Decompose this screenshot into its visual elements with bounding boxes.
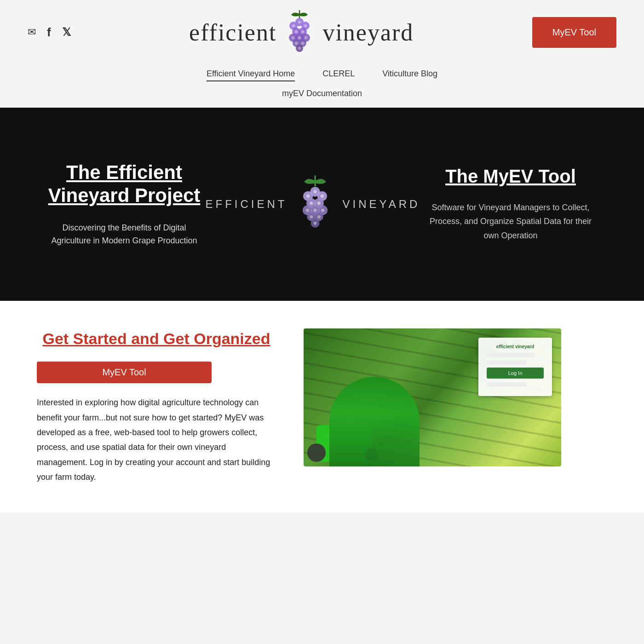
svg-point-13 [292,24,295,27]
svg-point-18 [292,36,294,39]
main-content: Get Started and Get Organized MyEV Tool … [0,301,644,512]
site-logo[interactable]: efficient [189,9,414,55]
email-icon[interactable]: ✉ [28,26,36,38]
overlay-field-username [487,353,535,357]
hero-left-column: The Efficient Vineyard Project Discoveri… [46,161,202,247]
tractor-shape [316,425,372,462]
main-left-column: Get Started and Get Organized MyEV Tool … [37,328,276,485]
overlay-field-password [487,360,527,365]
header-top: ✉ f 𝕏 efficient [28,9,616,64]
main-body-text: Interested in exploring how digital agri… [37,395,276,484]
svg-point-40 [313,208,316,212]
hero-logo-text-group: EFFICIENT [206,174,420,234]
nav-row1: Efficient Vineyard Home CLEREL Viticultu… [207,64,437,89]
svg-point-22 [298,47,301,50]
nav-row2: myEV Documentation [282,89,362,108]
svg-point-14 [304,24,307,27]
vineyard-image: efficient vineyard Log In [304,328,561,466]
svg-point-42 [321,208,324,212]
facebook-icon[interactable]: f [47,25,51,40]
grape-logo-icon [281,9,318,55]
svg-point-21 [301,42,304,45]
svg-point-17 [298,36,301,39]
nav-clerel[interactable]: CLEREL [322,69,355,81]
myev-tool-button[interactable]: MyEV Tool [532,17,616,48]
logo-left: efficient [189,19,276,46]
hero-logo-vineyard: VINEYARD [343,198,420,211]
svg-point-43 [310,215,313,218]
nav-viticulture-blog[interactable]: Viticulture Blog [382,69,437,81]
social-icons-group: ✉ f 𝕏 [28,25,71,40]
hero-logo-efficient: EFFICIENT [206,198,288,211]
hero-myev-title: The MyEV Tool [423,166,598,187]
svg-point-38 [310,201,313,205]
main-section-heading: Get Started and Get Organized [37,328,276,349]
svg-point-37 [320,195,323,198]
site-header: ✉ f 𝕏 efficient [0,0,644,108]
svg-point-41 [305,208,309,212]
twitter-icon[interactable]: 𝕏 [62,26,71,39]
overlay-field-extra [487,382,527,387]
overlay-login-btn: Log In [487,368,544,379]
nav-home[interactable]: Efficient Vineyard Home [207,69,295,81]
hero-banner: The Efficient Vineyard Project Discoveri… [0,108,644,301]
svg-point-45 [313,222,316,225]
hero-project-title: The Efficient Vineyard Project [46,161,202,207]
main-right-column: efficient vineyard Log In [304,328,561,466]
svg-point-39 [317,201,320,205]
hero-right-column: The MyEV Tool Software for Vineyard Mana… [423,166,598,243]
svg-point-15 [295,30,298,33]
hero-center-logo: EFFICIENT [206,174,420,234]
myev-bar-label[interactable]: MyEV Tool [37,362,212,383]
svg-point-16 [301,30,304,33]
svg-point-35 [313,190,316,193]
svg-point-12 [298,21,301,23]
login-overlay-card: efficient vineyard Log In [478,338,552,396]
nav-myev-docs[interactable]: myEV Documentation [282,89,362,100]
hero-project-subtitle: Discovering the Benefits of Digital Agri… [46,221,202,248]
hero-myev-text: Software for Vineyard Managers to Collec… [423,201,598,243]
hero-grape-icon [292,174,338,234]
svg-point-20 [295,42,298,45]
svg-point-44 [317,215,320,218]
logo-right: vineyard [322,19,414,46]
svg-point-36 [306,195,310,198]
logo-text-group: efficient [189,9,414,55]
svg-point-19 [305,36,307,39]
